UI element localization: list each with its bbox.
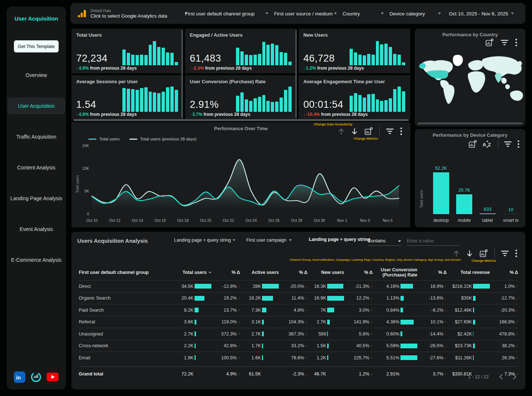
line-chart[interactable]: 05K10K15KTotal usersOct 10Oct 12Oct 14Oc… (74, 142, 406, 225)
table-row-cross-network[interactable]: Cross-network2.2K42.8%↑1.7K33.2%↑1.5K40.… (79, 340, 518, 352)
column-header-new-users[interactable]: New users (307, 270, 344, 275)
column-header-total-revenue[interactable]: Total revenue (447, 270, 490, 275)
svg-text:Nov 5: Nov 5 (383, 218, 393, 223)
column-header-[interactable]: % Δ (490, 270, 518, 275)
more-menu-icon[interactable] (400, 127, 402, 135)
column-header-total-users[interactable]: Total users (170, 270, 211, 275)
device-bar-tablet[interactable]: 633 tablet (478, 166, 498, 214)
filter-operator-select[interactable]: Contains (367, 236, 401, 246)
filter-icon[interactable] (386, 128, 394, 135)
column-header-[interactable]: % Δ (344, 270, 373, 275)
grand-total-row: Grand total72.2K4.9%↑61.5K-2.3%↓46.7K1.2… (79, 366, 518, 382)
arrow-down-icon[interactable] (351, 128, 358, 135)
svg-text:15K: 15K (82, 143, 89, 148)
table-row-direct[interactable]: Direct34.5K-12.8%↓28K-20.0%↓16.3K-21.3%↓… (79, 280, 518, 292)
divider (494, 249, 495, 258)
arrow-down-icon[interactable] (466, 250, 473, 257)
kpi-delta: ↓-2.3% from previous 28 days (190, 66, 252, 71)
bar-value-label: 52.2K (435, 166, 447, 171)
device-bar-chart[interactable]: 52.2K desktop20.7K mobile633 tablet10 sm… (429, 166, 522, 214)
sidebar-item-user-acquisition[interactable]: User Acquisition (8, 98, 65, 114)
channel-name: Cross-network (79, 343, 170, 348)
prev-page-icon[interactable] (499, 374, 503, 380)
more-menu-icon[interactable] (515, 38, 517, 47)
filter-label: Device category (389, 11, 425, 16)
change-metrics-icon[interactable] (364, 127, 373, 136)
next-page-icon[interactable] (513, 374, 517, 380)
sidebar-item-event-analysis[interactable]: Event Analysis (8, 221, 65, 237)
svg-text:0: 0 (87, 212, 89, 216)
chevron-down-icon (381, 12, 384, 15)
svg-text:Nov 1: Nov 1 (337, 218, 347, 223)
world-map[interactable] (417, 50, 523, 114)
page-range-label: 1 - 12 / 12 (468, 374, 489, 380)
performance-by-device-panel: Performance by Device Category AZ Total … (415, 129, 525, 227)
sort-az-icon[interactable]: AZ (483, 140, 492, 148)
table-row-paid-search[interactable]: Paid Search8.2K13.7%↑7.3K4.8%↑7K3.0%↑0.8… (79, 304, 518, 316)
category-label: desktop (433, 218, 449, 223)
filter-value-input[interactable] (407, 236, 460, 246)
svg-text:10K: 10K (82, 166, 89, 170)
filter-country[interactable]: Country (343, 11, 384, 16)
dimension-dropdown-campaign[interactable]: First user campaign (246, 238, 292, 243)
dimension-dropdown-landing-page[interactable]: Landing page + query string (174, 238, 236, 243)
sidebar-item-e-commerce-analysis[interactable]: E-Commerce Analysis (8, 252, 65, 268)
more-menu-icon[interactable] (517, 140, 520, 148)
filter-icon[interactable] (500, 39, 509, 46)
arrow-up-icon[interactable] (453, 250, 460, 257)
scroll-strip[interactable] (418, 122, 522, 124)
brand-chart-icon[interactable] (30, 371, 42, 383)
kpi-sparkline (122, 40, 178, 65)
column-header-user-conversion-purchase-rate[interactable]: User Conversion (Purchase) Rate (373, 267, 417, 278)
change-metrics-icon[interactable] (485, 38, 494, 47)
scroll-strip[interactable] (73, 119, 409, 121)
chart-legend: Total users Total users (previous 28 day… (88, 137, 196, 141)
column-header-[interactable]: % Δ (279, 270, 307, 275)
table-row-email[interactable]: Email1.9K100.5%↑1.6K78.6%↑1.2K225.7%↑5.5… (79, 352, 518, 364)
filter-label: Country (343, 11, 360, 16)
channel-name: Direct (79, 284, 170, 289)
bar (456, 194, 472, 214)
sidebar-item-traffic-acquisition[interactable]: Traffic Acquisition (8, 129, 65, 145)
column-header-[interactable]: % Δ (211, 270, 240, 275)
device-bar-smart-tv[interactable]: 10 smart tv (501, 166, 521, 214)
grand-total-label: Grand total (79, 371, 170, 377)
filter-first-user-default-channel-group[interactable]: First user default channel group (185, 11, 269, 16)
svg-text:Oct 24: Oct 24 (245, 218, 257, 223)
arrow-up-icon[interactable] (338, 128, 345, 135)
date-range-picker[interactable]: Oct 10, 2025 - Nov 6, 2025 (449, 11, 514, 16)
change-metrics-icon[interactable] (479, 249, 488, 258)
category-label: tablet (482, 218, 493, 223)
filter-icon[interactable] (504, 141, 512, 147)
kpi-card-average-sessions-per-user: Average Sessions per User 1.54 ↑4.6% fro… (71, 75, 183, 120)
data-source-selector[interactable]: Default Data Click to select Google Anal… (77, 8, 188, 18)
kpi-delta: ↑3.7% from previous 28 days (190, 112, 250, 117)
filter-icon[interactable] (501, 250, 509, 257)
column-header-[interactable]: % Δ (417, 270, 447, 275)
sidebar-item-landing-page-analysis[interactable]: Landing Page Analysis (8, 190, 65, 206)
filter-first-user-source-medium[interactable]: First user source / medium (274, 11, 337, 16)
youtube-icon[interactable] (47, 372, 59, 382)
data-source-value: Click to select Google Analytics data (90, 13, 167, 18)
more-menu-icon[interactable] (515, 249, 517, 257)
svg-text:Oct 26: Oct 26 (268, 218, 280, 223)
filter-device-category[interactable]: Device category (389, 11, 441, 16)
get-template-button[interactable]: Get This Template (14, 40, 59, 52)
table-row-organic-search[interactable]: Organic Search20.4K19.2%↑18.2K11.4%↑16.9… (79, 292, 518, 304)
table-row-unassigned[interactable]: Unassigned2.7K372.3%↑2.7K367.3%↑5895.6%↑… (79, 328, 518, 340)
sidebar-item-content-analysis[interactable]: Content Analysis (8, 160, 65, 176)
linkedin-icon[interactable]: in (14, 371, 25, 383)
kpi-title: New Users (299, 29, 410, 38)
bar-value-label: 20.7K (458, 188, 470, 193)
table-row-referral[interactable]: Referral3.6K119.0%↑3.1K104.3%↑2.7K141.9%… (79, 316, 518, 328)
kpi-value: 72,234 (76, 53, 108, 64)
column-header-active-users[interactable]: Active users (240, 270, 279, 275)
legend-swatch (129, 139, 137, 140)
performance-over-time-panel: Performance Over Time Change Date Granul… (71, 122, 410, 227)
device-bar-desktop[interactable]: 52.2K desktop (431, 166, 451, 214)
change-metrics-icon[interactable] (468, 140, 477, 148)
filter-field-label: Landing page + query string (309, 237, 370, 242)
column-header-first-user-default-channel-group[interactable]: First user default channel group (79, 270, 170, 275)
device-bar-mobile[interactable]: 20.7K mobile (454, 166, 474, 214)
sidebar-item-overview[interactable]: Overview (8, 67, 65, 83)
